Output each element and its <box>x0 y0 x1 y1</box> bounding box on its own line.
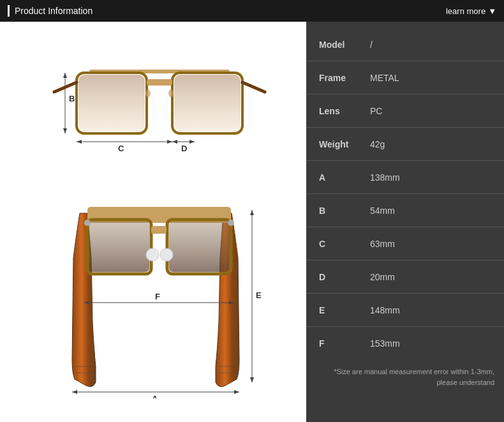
spec-row: B54mm <box>306 194 504 227</box>
svg-marker-46 <box>234 390 239 394</box>
svg-marker-42 <box>250 377 254 382</box>
svg-marker-11 <box>63 73 67 78</box>
spec-note: *Size are manual measurement error withi… <box>306 360 504 394</box>
svg-text:E: E <box>256 290 262 300</box>
spec-value: 138mm <box>370 172 400 183</box>
spec-value: METAL <box>370 73 399 83</box>
spec-row: FrameMETAL <box>306 61 504 94</box>
spec-row: D20mm <box>306 260 504 294</box>
spec-value: 148mm <box>370 305 400 315</box>
svg-marker-20 <box>189 140 195 144</box>
svg-text:C: C <box>118 144 124 153</box>
spec-row: LensPC <box>306 94 504 128</box>
svg-marker-41 <box>250 210 254 215</box>
spec-value: 20mm <box>370 272 395 282</box>
title-text: Product Information <box>15 6 93 16</box>
spec-row: F153mm <box>306 327 504 360</box>
spec-label: D <box>319 272 370 282</box>
svg-point-32 <box>146 248 159 261</box>
svg-point-33 <box>160 248 173 261</box>
svg-marker-15 <box>77 140 82 144</box>
spec-value: 153mm <box>370 338 400 349</box>
svg-line-7 <box>242 82 265 92</box>
front-glasses-view: B C D <box>19 28 300 181</box>
svg-rect-30 <box>169 222 229 272</box>
svg-marker-45 <box>72 390 77 394</box>
spec-row: A138mm <box>306 161 504 194</box>
svg-marker-19 <box>172 140 177 144</box>
images-area: B C D <box>0 22 306 422</box>
title-bar-icon <box>8 5 10 17</box>
svg-marker-12 <box>63 128 67 133</box>
page-header: Product Information learn more ▼ <box>0 0 504 22</box>
top-glasses-svg: F E A <box>41 194 278 398</box>
page-title: Product Information <box>8 5 93 17</box>
spec-label: B <box>319 206 370 216</box>
spec-label: F <box>319 338 370 349</box>
svg-text:B: B <box>69 94 75 103</box>
svg-point-9 <box>168 89 174 97</box>
svg-point-34 <box>84 220 91 226</box>
learn-more-button[interactable]: learn more ▼ <box>446 6 496 16</box>
spec-value: / <box>370 40 373 50</box>
spec-label: Weight <box>319 139 370 149</box>
svg-text:F: F <box>155 292 160 301</box>
spec-label: A <box>319 172 370 183</box>
svg-rect-4 <box>174 75 241 132</box>
spec-row: Weight42g <box>306 128 504 161</box>
spec-label: Lens <box>319 106 370 116</box>
chevron-down-icon: ▼ <box>488 6 496 16</box>
svg-rect-5 <box>147 79 172 86</box>
svg-rect-28 <box>89 222 149 272</box>
svg-point-35 <box>228 220 234 226</box>
spec-row: C63mm <box>306 227 504 260</box>
spec-label: C <box>319 239 370 249</box>
svg-text:D: D <box>181 144 187 153</box>
spec-value: 63mm <box>370 239 395 249</box>
svg-rect-31 <box>151 226 167 234</box>
spec-label: Model <box>319 40 370 50</box>
specs-panel: Model/FrameMETALLensPCWeight42gA138mmB54… <box>306 22 504 422</box>
spec-label: E <box>319 305 370 315</box>
spec-value: 42g <box>370 139 385 149</box>
main-content: B C D <box>0 22 504 422</box>
spec-rows: Model/FrameMETALLensPCWeight42gA138mmB54… <box>306 28 504 360</box>
svg-point-8 <box>145 89 151 97</box>
spec-label: Frame <box>319 73 370 83</box>
spec-value: PC <box>370 106 382 116</box>
spec-row: Model/ <box>306 28 504 61</box>
spec-value: 54mm <box>370 206 395 216</box>
learn-more-label: learn more <box>446 6 485 16</box>
top-glasses-view: F E A <box>19 188 300 405</box>
svg-rect-2 <box>78 75 145 132</box>
front-glasses-svg: B C D <box>51 41 268 169</box>
spec-row: E148mm <box>306 294 504 327</box>
svg-text:A: A <box>152 394 158 398</box>
svg-marker-16 <box>167 140 172 144</box>
